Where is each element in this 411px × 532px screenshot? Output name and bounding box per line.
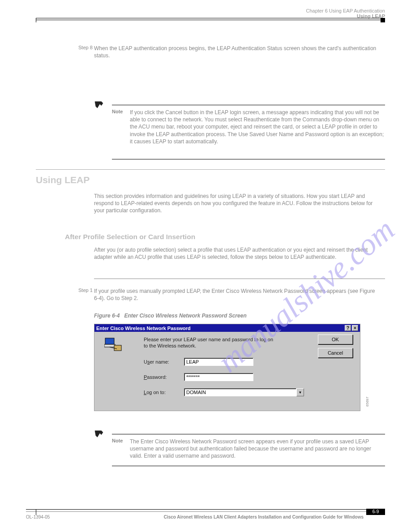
note2-rule-bottom [112,466,385,466]
section-heading-using-leap: Using LEAP [36,175,90,185]
ok-button[interactable]: OK [318,335,353,344]
password-label: Password: [144,374,184,380]
dialog-prompt: Please enter your LEAP user name and pas… [144,336,278,349]
dialog-title: Enter Cisco Wireless Network Password [96,326,191,331]
header-left-tick [36,18,36,22]
note2-rule-top [112,434,385,434]
username-field[interactable]: LEAP [184,358,253,366]
using-leap-intro: This section provides information and gu… [94,193,381,215]
note-icon [94,101,104,110]
close-button[interactable]: × [352,325,358,331]
note1-rule-bottom [112,159,385,159]
after-profile-text: After you (or auto profile selection) se… [94,246,381,261]
svg-rect-1 [104,344,115,347]
footer-rule-light [26,511,375,512]
svg-rect-2 [114,345,121,351]
header-rule [36,18,385,20]
footer-doc-id: OL-1394-05 [26,515,50,519]
note2-label: Note [112,438,123,443]
note1-label: Note [112,109,123,114]
header-section: Using LEAP [357,13,385,19]
network-auth-icon [104,336,122,352]
subheading-after-profile: After Profile Selection or Card Insertio… [65,233,195,241]
steps-rule [94,279,385,279]
step1-number: Step 1 [78,287,93,293]
username-label: User name: [144,359,184,365]
cancel-button[interactable]: Cancel [318,348,353,358]
footer-page-number: 6-9 [366,509,385,515]
password-field[interactable]: ******* [184,373,253,381]
note1-rule-top [112,105,385,105]
figure-id: 65697 [365,397,369,407]
svg-rect-0 [105,338,114,344]
chevron-down-icon[interactable]: ▼ [296,388,304,396]
step1-text: If your profile uses manually prompted L… [94,287,381,302]
dialog-enter-password: Enter Cisco Wireless Network Password ? … [94,324,360,411]
figure-caption: Figure 6-4 Enter Cisco Wireless Network … [94,313,247,319]
footer-doc-title: Cisco Aironet Wireless LAN Client Adapte… [164,515,364,519]
note2-text: The Enter Cisco Wireless Network Passwor… [130,438,385,460]
note-icon [94,430,104,439]
step8-number: Step 8 [78,45,93,50]
note1-text: If you click the Cancel button in the LE… [130,109,385,145]
dialog-titlebar: Enter Cisco Wireless Network Password ? … [94,324,360,332]
logon-label: Log on to: [144,390,184,395]
header-chapter: Chapter 6 Using EAP Authentication [306,8,385,13]
logon-domain-combo[interactable]: DOMAIN ▼ [184,388,304,396]
h2-rule [36,169,385,170]
footer-rule-heavy [26,509,385,510]
step8-text: When the LEAP authentication process beg… [94,45,385,59]
help-button[interactable]: ? [345,325,351,331]
